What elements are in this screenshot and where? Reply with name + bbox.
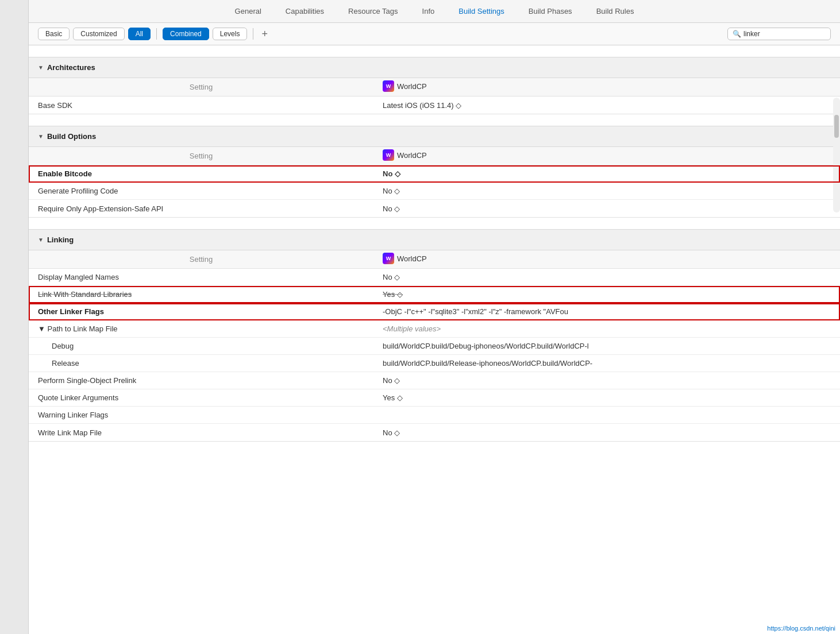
table-row: Display Mangled Names No ◇ [29,269,840,286]
setting-value-link-std[interactable]: Yes ◇ [373,288,840,301]
filter-plus[interactable]: + [259,28,270,40]
search-icon: 🔍 [733,30,741,38]
app-icon-2 [383,149,394,161]
spacer-top [29,45,840,57]
section-build-options: ▼ Build Options Setting WorldCP Enable B… [29,126,840,218]
table-row: Base SDK Latest iOS (iOS 11.4) ◇ [29,96,840,114]
setting-name-app-ext: Require Only App-Extension-Safe API [29,202,373,215]
table-row: ▼ Path to Link Map File <Multiple values… [29,320,840,338]
left-sidebar [0,0,29,459]
worldcp-label: WorldCP [397,82,427,91]
table-row: Release build/WorldCP.build/Release-ipho… [29,355,840,372]
setting-name-mangled: Display Mangled Names [29,270,373,284]
architectures-table: Setting WorldCP Base SDK Latest iOS (iOS… [29,78,840,114]
setting-name-enable-bitcode: Enable Bitcode [29,167,373,180]
setting-value-profiling[interactable]: No ◇ [373,184,840,198]
nav-build-settings[interactable]: Build Settings [455,5,508,18]
table-row: Other Linker Flags -ObjC -l"c++" -l"sqli… [29,303,840,320]
setting-value-mangled[interactable]: No ◇ [373,270,840,284]
worldcp-label-3: WorldCP [397,254,427,263]
filter-levels[interactable]: Levels [213,28,248,40]
scrollbar-thumb[interactable] [834,115,839,138]
setting-name-write-link: Write Link Map File [29,426,373,439]
spacer-3 [29,218,840,229]
section-header-architectures: ▼ Architectures [29,57,840,78]
triangle-architectures: ▼ [38,64,44,71]
worldcp-col-header: WorldCP [373,78,840,96]
setting-value-write-link[interactable]: No ◇ [373,426,840,439]
top-nav: General Capabilities Resource Tags Info … [29,0,840,23]
table-row: Write Link Map File No ◇ [29,424,840,441]
setting-name-profiling: Generate Profiling Code [29,184,373,198]
nav-resource-tags[interactable]: Resource Tags [345,5,401,18]
section-title-build-options: Build Options [47,132,96,141]
section-title-architectures: Architectures [47,63,95,72]
linking-worldcp-col: WorldCP [373,250,840,268]
worldcp-icon-3: WorldCP [383,253,427,264]
build-options-header-row: Setting WorldCP [29,147,840,165]
table-row: Enable Bitcode No ◇ [29,165,840,183]
filter-separator [156,28,157,40]
section-title-linking: Linking [47,235,74,244]
filter-all[interactable]: All [128,28,151,40]
nav-build-phases[interactable]: Build Phases [525,5,576,18]
build-options-setting-col: Setting [29,149,373,163]
setting-value-other-linker[interactable]: -ObjC -l"c++" -l"sqlite3" -l"xml2" -l"z"… [373,305,776,318]
setting-col-header: Setting [29,80,373,94]
setting-value-warning-linker[interactable] [373,413,840,417]
setting-value-quote-linker[interactable]: Yes ◇ [373,391,840,404]
search-input[interactable] [743,30,824,38]
worldcp-icon-2: WorldCP [383,149,427,161]
table-row: Require Only App-Extension-Safe API No ◇ [29,200,840,217]
table-row: Quote Linker Arguments Yes ◇ [29,389,840,407]
filter-basic[interactable]: Basic [38,28,70,40]
linking-header-row: Setting WorldCP [29,250,840,269]
setting-value-app-ext[interactable]: No ◇ [373,202,840,215]
triangle-build-options: ▼ [38,133,44,140]
filter-combined[interactable]: Combined [163,28,209,40]
linking-table: Setting WorldCP Display Mangled Names No… [29,250,840,441]
section-architectures: ▼ Architectures Setting WorldCP Base SDK… [29,57,840,114]
architectures-header-row: Setting WorldCP [29,78,840,96]
setting-name-base-sdk: Base SDK [29,99,373,112]
setting-name-debug: Debug [29,339,373,353]
setting-name-path-link: ▼ Path to Link Map File [29,322,373,335]
nav-capabilities[interactable]: Capabilities [282,5,327,18]
table-row: Debug build/WorldCP.build/Debug-iphoneos… [29,338,840,355]
section-header-linking: ▼ Linking [29,229,840,250]
section-linking: ▼ Linking Setting WorldCP Display Mangle… [29,229,840,442]
table-row: Generate Profiling Code No ◇ [29,183,840,200]
section-header-build-options: ▼ Build Options [29,126,840,147]
search-box: 🔍 [727,28,831,40]
nav-build-rules[interactable]: Build Rules [593,5,638,18]
scrollbar-track[interactable] [833,98,840,212]
table-row: Warning Linker Flags [29,407,840,424]
setting-value-enable-bitcode[interactable]: No ◇ [373,167,840,180]
nav-general[interactable]: General [232,5,265,18]
setting-name-release: Release [29,357,373,370]
filter-bar: Basic Customized All Combined Levels + 🔍 [29,23,840,45]
setting-name-warning-linker: Warning Linker Flags [29,408,373,422]
triangle-linking: ▼ [38,237,44,243]
filter-customized[interactable]: Customized [73,28,124,40]
nav-info[interactable]: Info [419,5,438,18]
spacer-2 [29,114,840,126]
setting-name-link-std: Link With Standard Libraries [29,288,373,301]
table-row: Link With Standard Libraries Yes ◇ [29,286,840,303]
setting-value-release[interactable]: build/WorldCP.build/Release-iphoneos/Wor… [373,357,776,370]
setting-value-path-link[interactable]: <Multiple values> [373,322,840,335]
setting-value-base-sdk[interactable]: Latest iOS (iOS 11.4) ◇ [373,99,840,112]
build-options-worldcp-col: WorldCP [373,147,840,165]
app-icon [383,80,394,92]
setting-name-quote-linker: Quote Linker Arguments [29,391,373,404]
worldcp-icon: WorldCP [383,80,427,92]
setting-name-prelink: Perform Single-Object Prelink [29,374,373,387]
setting-name-other-linker: Other Linker Flags [29,305,373,318]
setting-value-prelink[interactable]: No ◇ [373,374,840,387]
app-icon-3 [383,253,394,264]
table-row: Perform Single-Object Prelink No ◇ [29,372,840,389]
worldcp-label-2: WorldCP [397,151,427,160]
linking-setting-col: Setting [29,253,373,266]
setting-value-debug[interactable]: build/WorldCP.build/Debug-iphoneos/World… [373,339,776,353]
filter-separator-2 [253,28,253,40]
